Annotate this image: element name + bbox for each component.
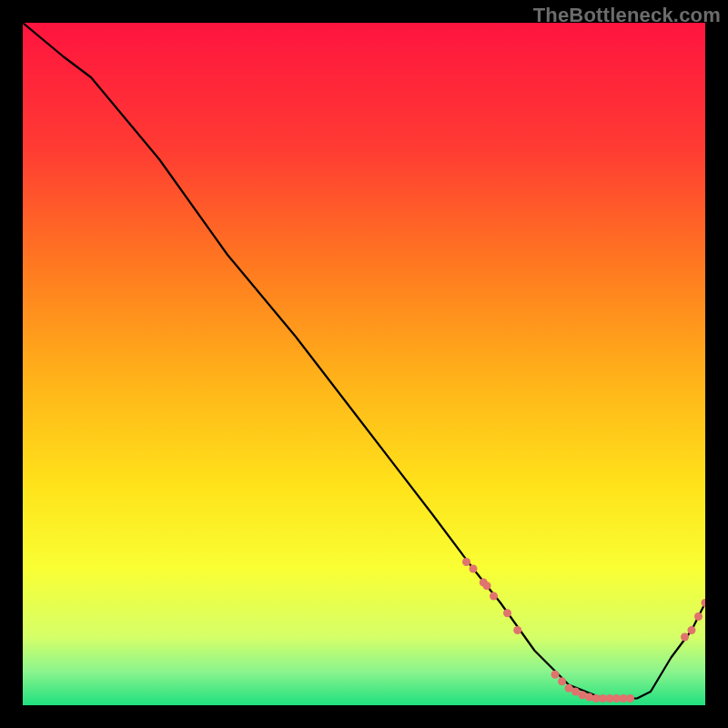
marker-point [558, 677, 566, 685]
marker-point [470, 565, 478, 573]
marker-point [551, 671, 560, 679]
gradient-background [23, 23, 705, 705]
chart-svg [23, 23, 705, 705]
marker-point [681, 633, 689, 642]
marker-point [490, 592, 498, 601]
marker-point [462, 558, 470, 566]
marker-point [585, 693, 593, 702]
marker-point [694, 612, 703, 621]
marker-point [513, 626, 521, 634]
plot-area [23, 23, 705, 705]
marker-point [626, 694, 634, 703]
chart-stage: TheBottleneck.com [0, 0, 728, 728]
marker-point [503, 609, 511, 617]
marker-point [688, 626, 696, 634]
marker-point [483, 581, 491, 590]
